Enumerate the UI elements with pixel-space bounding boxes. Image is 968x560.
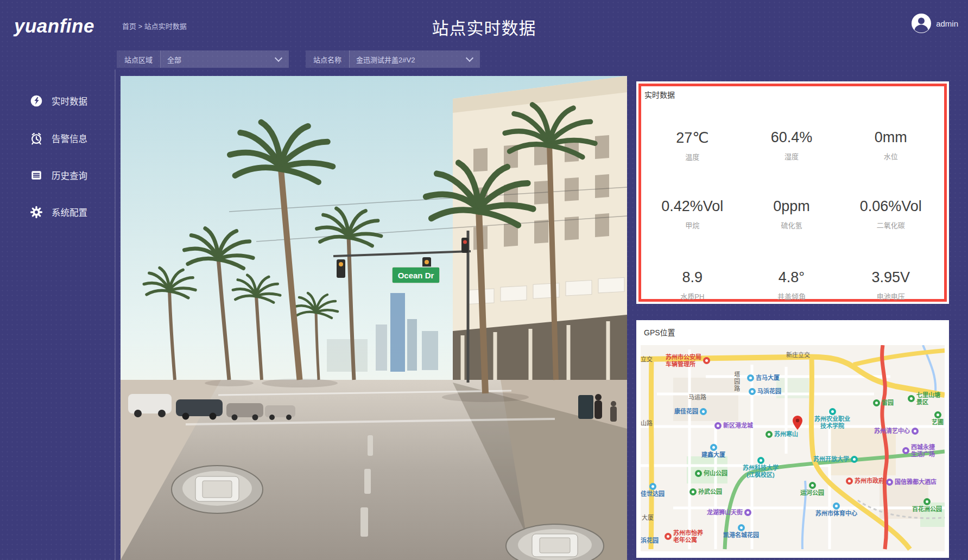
map-poi: 西城永捷 生活广场 <box>902 444 935 457</box>
realtime-panel-title: 实时数据 <box>644 89 675 100</box>
map-poi: 何山公园 <box>695 470 727 477</box>
hotel-icon <box>886 479 893 486</box>
metric-h2s: 0ppm硫化氢 <box>742 198 842 230</box>
map-road-label: 立交 <box>641 356 653 363</box>
government-icon <box>846 478 853 485</box>
realtime-gauge-icon <box>30 94 43 107</box>
region-filter-label: 站点区域 <box>117 50 161 68</box>
map-poi: 苏州清艺中心 <box>874 428 919 435</box>
history-list-icon <box>30 169 43 182</box>
metric-co2: 0.06%Vol二氧化碳 <box>841 198 940 230</box>
map-poi: 佳世达园 <box>641 483 665 498</box>
sidebar-item-label: 告警信息 <box>52 132 87 145</box>
building-icon <box>738 524 745 531</box>
building-icon <box>700 408 707 415</box>
page-title: 站点实时数据 <box>0 15 968 39</box>
map-road-label: 新庄立交 <box>786 352 810 359</box>
street-sign-text: Ocean Dr <box>398 271 434 280</box>
street-sign: Ocean Dr <box>392 267 440 283</box>
sidebar-item-history[interactable]: 历史查询 <box>0 166 141 184</box>
metric-methane: 0.42%Vol甲烷 <box>643 198 742 230</box>
school-icon <box>851 456 858 463</box>
map-poi: 艺圃 <box>932 411 944 426</box>
building-icon <box>749 388 756 395</box>
map-poi: 凯港名城花园 <box>723 524 759 539</box>
map-poi: 苏州市政府 <box>846 478 884 485</box>
map-poi: 国信雅都大酒店 <box>886 479 937 486</box>
map-poi: 百花洲公园 <box>912 498 942 513</box>
park-icon <box>689 488 697 495</box>
location-pin-icon <box>793 416 802 430</box>
mall-icon <box>902 447 909 454</box>
map-poi: 七里山塘景区 <box>908 392 945 405</box>
map-road-label: 大厦 <box>642 514 654 521</box>
map-poi: 康佳花园 <box>674 408 707 415</box>
sidebar-item-label: 历史查询 <box>52 169 87 182</box>
map-poi: 龙湖狮山天街 <box>707 509 751 516</box>
map-poi: 苏州市公安局 车辆管理所 <box>666 354 710 367</box>
map-poi: 马浜花园 <box>749 388 781 395</box>
park-icon <box>934 411 941 418</box>
map-road-label: 马运路 <box>688 394 706 401</box>
map-poi: 留园 <box>873 399 894 406</box>
region-filter[interactable]: 站点区域 全部 <box>117 50 289 68</box>
sidebar-item-label: 系统配置 <box>52 206 87 219</box>
map-poi: 运河公园 <box>800 482 824 497</box>
mall-icon <box>744 509 751 516</box>
site-filter-value: 金迅测试井盖2#V2 <box>356 54 415 65</box>
park-icon <box>873 399 880 406</box>
gear-icon <box>30 206 43 219</box>
app-root: { "brand": {"logo_text": "yuanfine"}, "b… <box>0 0 968 560</box>
hospital-icon <box>665 533 672 540</box>
map-poi: 苏州农业职业 技术学院 <box>814 408 850 429</box>
park-icon <box>765 431 773 438</box>
sidebar-item-label: 实时数据 <box>52 94 87 107</box>
trash-bin <box>578 395 593 419</box>
building-icon <box>710 444 717 451</box>
realtime-data-panel: 实时数据 27℃温度 60.4%湿度 0mm水位 0.42%Vol甲烷 0ppm… <box>636 81 949 304</box>
metric-humidity: 60.4%湿度 <box>742 129 842 162</box>
sidebar-item-settings[interactable]: 系统配置 <box>0 203 141 221</box>
site-filter-label: 站点名称 <box>306 50 350 68</box>
map-poi: 浜花园 <box>641 537 659 544</box>
user-menu[interactable]: admin <box>911 13 958 34</box>
metric-tilt: 4.8°井盖倾角 <box>742 269 842 301</box>
gps-map[interactable]: 苏州市公安局 车辆管理所 立交 新庄立交 塔园路 吉马大厦 马浜花园 马运路 康… <box>641 345 945 551</box>
site-filter[interactable]: 站点名称 金迅测试井盖2#V2 <box>306 50 480 68</box>
building-icon <box>649 483 656 490</box>
gps-panel: GPS位置 苏州市公安局 车辆管理所 <box>636 320 949 558</box>
park-icon <box>809 482 816 489</box>
building-icon <box>747 374 754 381</box>
sidebar-item-realtime[interactable]: 实时数据 <box>0 92 141 110</box>
region-filter-value: 全部 <box>167 54 181 65</box>
site-street-photo: Ocean Dr <box>121 76 627 560</box>
gps-panel-title: GPS位置 <box>644 327 675 338</box>
chevron-down-icon <box>466 54 473 62</box>
map-poi: 苏州市体育中心 <box>815 502 857 517</box>
sidebar-item-alarms[interactable]: 告警信息 <box>0 129 141 148</box>
map-roads <box>641 345 945 551</box>
username-label: admin <box>936 19 958 28</box>
metric-battery: 3.95V电池电压 <box>841 269 940 301</box>
map-road-label: 塔园路 <box>733 371 740 392</box>
street-photo-svg: Ocean Dr <box>121 76 627 560</box>
mall-icon <box>714 422 722 429</box>
map-road-label: 山路 <box>641 420 653 427</box>
map-poi: 新区港龙城 <box>714 422 753 429</box>
park-icon <box>923 498 931 505</box>
map-poi: 苏州寒山 <box>765 431 798 438</box>
police-icon <box>703 357 710 364</box>
map-poi: 苏州市怡养 老年公寓 <box>665 530 703 543</box>
region-filter-select[interactable]: 全部 <box>161 50 289 68</box>
map-poi: 建鑫大厦 <box>701 444 725 459</box>
site-filter-select[interactable]: 金迅测试井盖2#V2 <box>350 50 480 68</box>
school-icon <box>757 457 764 464</box>
metric-water-level: 0mm水位 <box>841 129 940 162</box>
park-icon <box>695 470 702 477</box>
manhole-cover <box>172 466 263 513</box>
metric-temperature: 27℃温度 <box>643 129 742 162</box>
map-poi: 苏州开放大学 <box>813 456 858 463</box>
metric-ph: 8.9水质PH <box>643 269 742 301</box>
mall-icon <box>912 428 919 435</box>
chevron-down-icon <box>275 54 282 62</box>
